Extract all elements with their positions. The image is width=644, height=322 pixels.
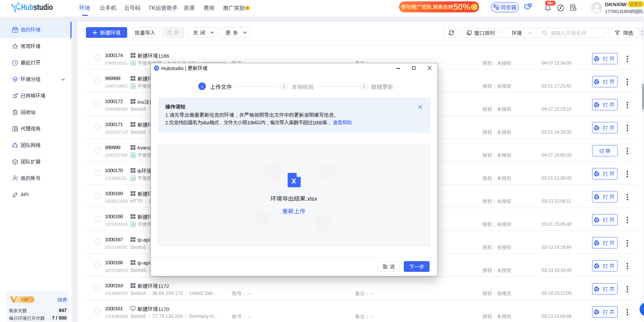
svg-text:VIP: VIP [21,297,29,302]
svg-text:¥: ¥ [473,5,476,10]
svg-text:S: S [246,7,248,10]
svg-text:X: X [291,177,296,185]
